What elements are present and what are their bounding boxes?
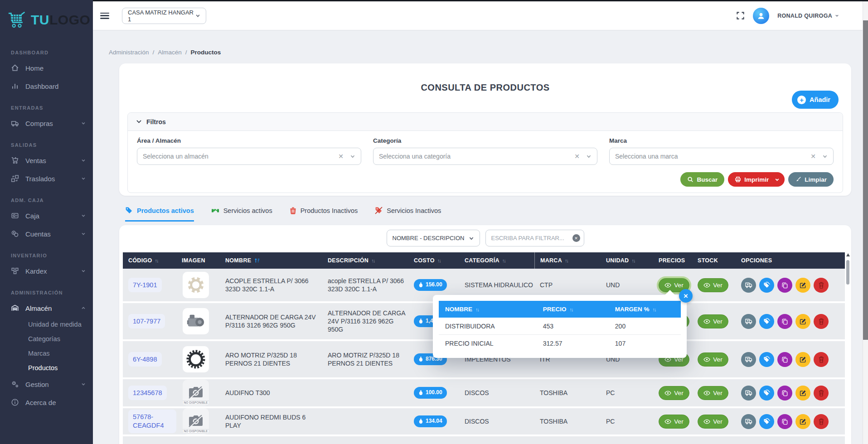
table-scrollbar[interactable] xyxy=(846,253,850,443)
ver-stock-button[interactable]: Ver xyxy=(698,352,728,367)
precios-button[interactable] xyxy=(759,314,774,329)
delete-button[interactable] xyxy=(814,314,829,329)
status-tabs: Productos activos Servicios activos Prod… xyxy=(125,207,441,222)
sidebar-subitem-productos[interactable]: Productos xyxy=(0,361,93,375)
sidebar-subitem-unidad-de-medida[interactable]: Unidad de medida xyxy=(0,317,93,332)
product-code-link[interactable]: 107-7977 xyxy=(128,314,165,329)
user-menu[interactable]: RONALD QUIROGA xyxy=(777,13,839,19)
fullscreen-icon[interactable] xyxy=(736,11,745,20)
close-icon[interactable]: ✕ xyxy=(679,289,693,303)
sidebar-subitem-marcas[interactable]: Marcas xyxy=(0,346,93,361)
chevron-down-icon[interactable] xyxy=(586,154,592,159)
ver-stock-button[interactable]: Ver xyxy=(698,278,728,292)
traslado-button[interactable] xyxy=(741,314,756,329)
filter-text-input[interactable] xyxy=(485,230,584,246)
categoria-select[interactable]: Selecciona una categoría ✕ xyxy=(373,148,597,165)
product-code-link[interactable]: 6Y-4898 xyxy=(128,352,162,367)
delete-button[interactable] xyxy=(814,386,829,401)
sidebar-item-kardex[interactable]: Kardex xyxy=(0,262,93,280)
breadcrumb-administracion[interactable]: Administración xyxy=(109,49,149,56)
sidebar-item-gestion[interactable]: Gestion xyxy=(0,375,93,393)
traslado-button[interactable] xyxy=(741,278,756,293)
ver-stock-button[interactable]: Ver xyxy=(698,386,728,400)
edit-button[interactable] xyxy=(795,314,810,329)
sidebar-item-acerca-de[interactable]: Acerca de xyxy=(0,393,93,411)
table-scrollbar-thumb[interactable] xyxy=(846,260,849,285)
sidebar-item-cuentas[interactable]: Cuentas xyxy=(0,225,93,243)
filters-accordion-header[interactable]: Filtros xyxy=(128,113,843,131)
sidebar-item-caja[interactable]: Caja xyxy=(0,207,93,225)
popup-col-nombre[interactable]: NOMBRE↑↓ xyxy=(439,306,537,313)
precios-button[interactable] xyxy=(759,278,774,293)
precios-button[interactable] xyxy=(759,414,774,429)
add-button[interactable]: + Añadir xyxy=(792,91,839,109)
edit-button[interactable] xyxy=(795,278,810,293)
page-scrollbar[interactable] xyxy=(863,1,868,444)
traslado-button[interactable] xyxy=(741,386,756,401)
menu-toggle-icon[interactable] xyxy=(100,13,109,19)
duplicate-button[interactable] xyxy=(777,314,792,329)
duplicate-button[interactable] xyxy=(777,278,792,293)
col-unidad[interactable]: UNIDAD↑↓ xyxy=(601,252,653,269)
edit-button[interactable] xyxy=(795,386,810,401)
branch-selector[interactable]: CASA MATRIZ HANGAR 1 xyxy=(122,8,206,24)
traslado-button[interactable] xyxy=(741,414,756,429)
clear-icon[interactable]: ✕ xyxy=(338,153,344,160)
popup-col-precio[interactable]: PRECIO↑↓ xyxy=(537,306,609,313)
precios-button[interactable] xyxy=(759,352,774,367)
popup-col-margen[interactable]: MARGEN %↑↓ xyxy=(609,306,681,313)
sidebar-item-traslados[interactable]: Traslados xyxy=(0,169,93,188)
clear-icon[interactable]: ✕ xyxy=(810,153,816,160)
sidebar-item-almacen[interactable]: Almacén xyxy=(0,299,93,317)
duplicate-button[interactable] xyxy=(777,414,792,429)
print-button[interactable]: Imprimir xyxy=(728,172,785,187)
col-marca[interactable]: MARCA↑↓ xyxy=(534,252,601,269)
ver-precios-button[interactable]: Ver xyxy=(659,386,689,400)
almacen-select[interactable]: Selecciona un almacén ✕ xyxy=(137,148,361,165)
clear-icon[interactable]: ✕ xyxy=(574,153,580,160)
ver-stock-button[interactable]: Ver xyxy=(698,415,728,429)
sidebar-item-compras[interactable]: Compras xyxy=(0,114,93,132)
edit-button[interactable] xyxy=(795,414,810,429)
product-code-link[interactable]: 57678-CEAGDF4 xyxy=(128,410,176,433)
col-descripcion[interactable]: DESCRIPCIÓN↑↓ xyxy=(322,252,408,269)
chevron-down-icon[interactable] xyxy=(822,154,828,159)
traslado-button[interactable] xyxy=(741,352,756,367)
delete-button[interactable] xyxy=(814,352,829,367)
col-codigo[interactable]: CÓDIGO↑↓ xyxy=(123,252,176,269)
duplicate-button[interactable] xyxy=(777,352,792,367)
edit-button[interactable] xyxy=(795,352,810,367)
col-costo[interactable]: COSTO↑↓ xyxy=(408,252,459,269)
user-avatar[interactable] xyxy=(753,8,769,24)
sidebar-item-ventas[interactable]: Ventas xyxy=(0,151,93,169)
precios-button[interactable] xyxy=(759,386,774,401)
search-button[interactable]: Buscar xyxy=(680,172,724,187)
sort-field-select[interactable]: NOMBRE - DESCRIPCION xyxy=(387,230,480,246)
delete-button[interactable] xyxy=(814,278,829,293)
tab-servicios-activos[interactable]: Servicios activos xyxy=(211,207,272,222)
tab-servicios-inactivos[interactable]: Servicios Inactivos xyxy=(375,207,441,222)
tab-productos-activos[interactable]: Productos activos xyxy=(125,207,194,222)
ver-precios-button[interactable]: Ver xyxy=(659,415,689,429)
ver-stock-button[interactable]: Ver xyxy=(698,314,728,328)
sidebar-subitem-categorias[interactable]: Categorías xyxy=(0,332,93,346)
sidebar-item-home[interactable]: Home xyxy=(0,59,93,77)
tab-productos-inactivos[interactable]: Productos Inactivos xyxy=(290,207,358,222)
delete-button[interactable] xyxy=(814,414,829,429)
page-scrollbar-thumb[interactable] xyxy=(863,20,868,340)
marca-select[interactable]: Selecciona una marca ✕ xyxy=(609,148,834,165)
scroll-up-icon[interactable] xyxy=(846,253,850,256)
product-code-link[interactable]: 7Y-1901 xyxy=(128,278,162,293)
clear-button[interactable]: Limpiar xyxy=(788,172,834,187)
clear-filter-icon[interactable]: ✕ xyxy=(572,234,580,242)
chevron-down-icon[interactable] xyxy=(775,177,780,182)
duplicate-button[interactable] xyxy=(777,386,792,401)
chevron-down-icon[interactable] xyxy=(350,154,355,159)
product-code-link[interactable]: 12345678 xyxy=(128,386,167,401)
app-logo[interactable]: TULOGO xyxy=(0,0,93,40)
col-nombre[interactable]: NOMBRE xyxy=(220,252,322,269)
brush-icon xyxy=(795,176,801,183)
sidebar-item-dashboard[interactable]: Dashboard xyxy=(0,77,93,95)
col-categoria[interactable]: CATEGORÍA↑↓ xyxy=(459,252,534,269)
breadcrumb-almacen[interactable]: Almacén xyxy=(158,49,182,56)
